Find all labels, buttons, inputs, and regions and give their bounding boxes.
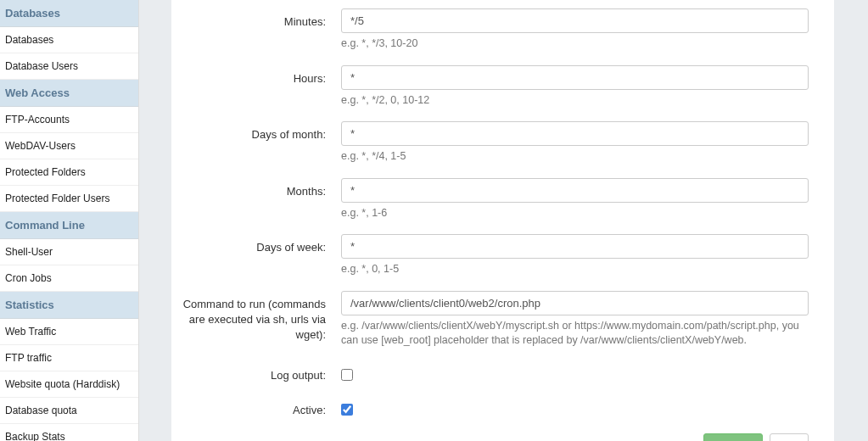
command-hint: e.g. /var/www/clients/clientX/webY/myscr… — [341, 319, 809, 349]
active-label: Active: — [180, 397, 341, 418]
active-checkbox[interactable] — [341, 404, 353, 416]
sidebar-item-shell-user[interactable]: Shell-User — [0, 239, 138, 265]
days-of-month-input[interactable] — [341, 121, 809, 146]
sidebar-header-databases: Databases — [0, 0, 138, 27]
days-of-week-label: Days of week: — [180, 234, 341, 255]
layout-gap — [139, 0, 171, 441]
days-of-week-hint: e.g. *, 0, 1-5 — [341, 262, 809, 277]
sidebar-header-web-access: Web Access — [0, 80, 138, 107]
sidebar-item-ftp-traffic[interactable]: FTP traffic — [0, 345, 138, 371]
sidebar-item-database-quota[interactable]: Database quota — [0, 398, 138, 424]
command-label: Command to run (commands are executed vi… — [180, 291, 341, 343]
sidebar-item-ftp-accounts[interactable]: FTP-Accounts — [0, 107, 138, 133]
days-of-month-label: Days of month: — [180, 121, 341, 142]
sidebar: Databases Databases Database Users Web A… — [0, 0, 139, 441]
command-input[interactable] — [341, 291, 809, 315]
sidebar-header-statistics: Statistics — [0, 292, 138, 319]
log-output-checkbox[interactable] — [341, 369, 353, 381]
sidebar-item-webdav-users[interactable]: WebDAV-Users — [0, 133, 138, 159]
cron-form-panel: Minutes: e.g. *, */3, 10-20 Hours: e.g. … — [171, 0, 834, 441]
sidebar-item-backup-stats[interactable]: Backup Stats — [0, 424, 138, 441]
sidebar-item-databases[interactable]: Databases — [0, 27, 138, 53]
minutes-hint: e.g. *, */3, 10-20 — [341, 36, 809, 52]
hours-input[interactable] — [341, 65, 809, 90]
minutes-label: Minutes: — [180, 8, 341, 30]
minutes-input[interactable] — [341, 8, 809, 33]
hours-hint: e.g. *, */2, 0, 10-12 — [341, 93, 809, 109]
sidebar-item-cron-jobs[interactable]: Cron Jobs — [0, 265, 138, 292]
save-button[interactable]: 저장 — [703, 433, 763, 441]
days-of-month-hint: e.g. *, */4, 1-5 — [341, 149, 809, 165]
months-hint: e.g. *, 1-6 — [341, 206, 809, 221]
months-input[interactable] — [341, 178, 809, 203]
sidebar-item-protected-folders[interactable]: Protected Folders — [0, 159, 138, 186]
sidebar-item-protected-folder-users[interactable]: Protected Folder Users — [0, 186, 138, 212]
sidebar-item-website-quota[interactable]: Website quota (Harddisk) — [0, 371, 138, 398]
log-output-label: Log output: — [180, 362, 341, 383]
days-of-week-input[interactable] — [341, 234, 809, 259]
sidebar-item-web-traffic[interactable]: Web Traffic — [0, 319, 138, 345]
cancel-button[interactable]: 취소 — [770, 433, 809, 441]
months-label: Months: — [180, 178, 341, 199]
sidebar-header-command-line: Command Line — [0, 212, 138, 239]
hours-label: Hours: — [180, 65, 341, 87]
sidebar-item-database-users[interactable]: Database Users — [0, 53, 138, 80]
